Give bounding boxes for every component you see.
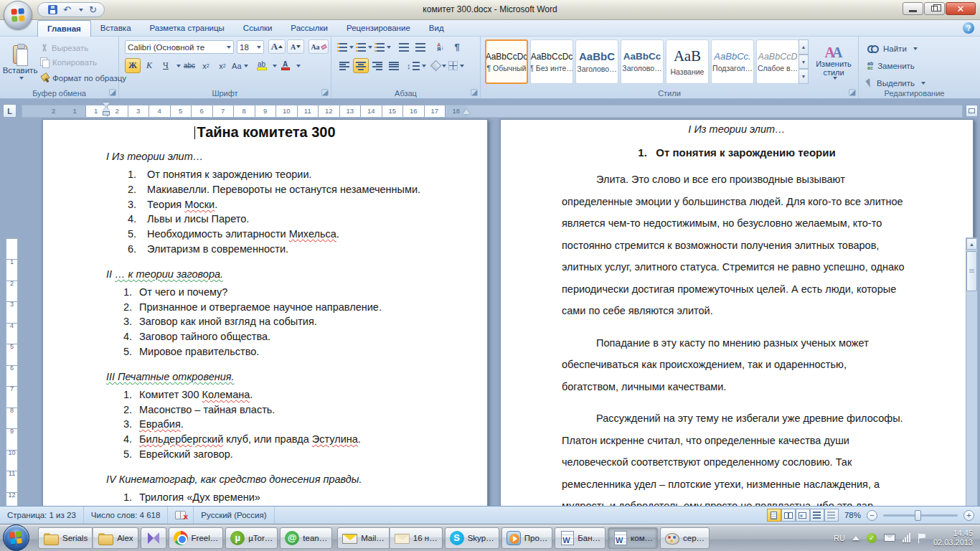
styles-scroll-up-button[interactable]: ▲ <box>798 39 809 55</box>
paste-button[interactable]: Вставить <box>4 39 37 85</box>
hidden-icons-button[interactable] <box>852 536 859 540</box>
minimize-button[interactable] <box>903 2 923 15</box>
zoom-out-button[interactable]: − <box>867 510 877 521</box>
tab-recenzirovanie[interactable]: Рецензирование <box>337 20 420 37</box>
taskbar-button-serials[interactable]: Serials <box>38 527 93 549</box>
taskbar-button-chrome[interactable]: Freel… <box>169 527 224 549</box>
superscript-button[interactable]: x2 <box>215 58 230 73</box>
action-center-flag-icon[interactable] <box>918 533 926 543</box>
underline-button[interactable]: Ч <box>158 58 174 73</box>
sort-button[interactable]: АЯ↓ <box>433 39 448 55</box>
format-painter-button[interactable]: Формат по образцу <box>40 72 126 84</box>
fullscreen-reading-view-button[interactable] <box>781 509 796 522</box>
network-icon[interactable] <box>903 533 910 542</box>
italic-button[interactable]: К <box>141 58 157 73</box>
tab-vid[interactable]: Вид <box>420 20 453 37</box>
shrink-font-button[interactable]: A <box>287 39 304 54</box>
office-button[interactable] <box>4 1 32 29</box>
font-color-dropdown-icon[interactable] <box>296 65 301 67</box>
skype-status-icon[interactable]: ✓ <box>867 533 877 543</box>
start-button[interactable] <box>3 524 29 551</box>
numbering-button[interactable] <box>355 39 373 55</box>
indent-marker[interactable] <box>102 103 110 120</box>
style-heading1[interactable]: AaBbC Заголово… <box>575 39 618 84</box>
bold-button[interactable]: Ж <box>125 58 141 73</box>
clear-formatting-button[interactable]: Аа <box>308 39 329 54</box>
paragraph-dialog-launcher[interactable] <box>471 89 478 96</box>
zoom-in-button[interactable]: + <box>963 510 974 521</box>
taskbar-button-agent[interactable]: @ tean… <box>280 527 332 549</box>
taskbar-button-utorrent[interactable]: µ µTor… <box>225 527 278 549</box>
zoom-level[interactable]: 78% <box>844 511 861 519</box>
tab-vstavka[interactable]: Вставка <box>91 20 141 37</box>
find-button[interactable]: Найти <box>867 42 918 55</box>
bullets-button[interactable] <box>336 39 354 55</box>
web-layout-view-button[interactable] <box>796 509 810 522</box>
copy-button[interactable]: Копировать <box>40 56 97 68</box>
zoom-slider-thumb[interactable] <box>915 510 921 521</box>
taskbar-button-alex[interactable]: Alex <box>93 527 138 549</box>
clipboard-dialog-launcher[interactable] <box>109 89 116 96</box>
mail-tray-icon[interactable] <box>884 534 895 542</box>
increase-indent-button[interactable] <box>413 39 428 55</box>
tab-ssylki[interactable]: Ссылки <box>234 20 282 37</box>
style-title[interactable]: АаВ Название <box>666 39 709 84</box>
scroll-up-button[interactable]: ▲ <box>966 238 977 250</box>
scrollbar-thumb[interactable] <box>966 251 977 291</box>
font-size-combo[interactable]: 18 <box>237 40 264 54</box>
style-subtle-emphasis[interactable]: AaBbCcD Слабое в… <box>756 39 799 84</box>
taskbar-button-mail[interactable]: Mail… <box>337 527 390 549</box>
align-left-button[interactable] <box>336 58 352 73</box>
zoom-slider[interactable] <box>883 514 958 517</box>
page-2[interactable]: I Из теории элит… 1. От понятия к зарожд… <box>500 119 974 506</box>
outline-view-button[interactable] <box>810 509 824 522</box>
align-center-button[interactable] <box>353 58 369 73</box>
font-name-combo[interactable]: Calibri (Основной те <box>125 40 234 54</box>
shading-button[interactable] <box>431 58 447 73</box>
multilevel-list-button[interactable] <box>374 39 392 55</box>
tab-glavnaya[interactable]: Главная <box>37 20 91 37</box>
word-count[interactable]: Число слов: 4 618 <box>84 507 169 524</box>
tab-rassylki[interactable]: Рассылки <box>281 20 337 37</box>
justify-button[interactable] <box>386 58 402 73</box>
grow-font-button[interactable]: A <box>268 39 286 54</box>
clock[interactable]: 14:45 02.03.2013 <box>933 529 973 547</box>
show-marks-button[interactable]: ¶ <box>449 39 465 55</box>
subscript-button[interactable]: x2 <box>198 58 214 73</box>
style-heading2[interactable]: AaBbCc Заголово… <box>621 39 664 84</box>
replace-button[interactable]: abac Заменить <box>867 60 915 72</box>
styles-gallery-more-button[interactable]: ▼ <box>798 69 809 84</box>
highlight-dropdown-icon[interactable] <box>273 65 277 67</box>
taskbar-button-paint[interactable]: сер… <box>660 527 710 549</box>
font-dialog-launcher[interactable] <box>321 89 329 96</box>
style-normal[interactable]: AaBbCcDc ¶ Обычный <box>485 39 528 84</box>
highlight-button[interactable]: ab <box>254 58 270 73</box>
right-indent-marker[interactable] <box>463 109 470 114</box>
change-case-button[interactable]: Аа <box>231 58 249 73</box>
style-subtitle[interactable]: AaBbCc. Подзагол… <box>711 39 754 84</box>
underline-dropdown-icon[interactable] <box>176 65 181 67</box>
print-layout-view-button[interactable] <box>767 509 781 522</box>
proofing-status[interactable] <box>168 507 194 524</box>
tab-razmetka[interactable]: Разметка страницы <box>141 20 234 37</box>
change-styles-button[interactable]: АА Изменить стили <box>812 39 855 85</box>
decrease-indent-button[interactable] <box>396 39 412 55</box>
font-color-button[interactable]: А <box>278 58 293 73</box>
taskbar-button-word-doc1[interactable]: Бан… <box>555 527 606 549</box>
align-right-button[interactable] <box>369 58 385 73</box>
horizontal-ruler[interactable]: 21 1234567891011121314151617 18 <box>22 105 963 118</box>
ruler-toggle-button[interactable] <box>966 105 978 117</box>
borders-button[interactable] <box>448 58 465 73</box>
cut-button[interactable]: Вырезать <box>40 42 88 54</box>
close-button[interactable]: ✕ <box>946 2 976 15</box>
language-indicator[interactable]: Русский (Россия) <box>194 507 274 524</box>
page-1[interactable]: Тайна комитета 300 I Из теории элит… 1.О… <box>42 119 488 506</box>
tab-stop-selector[interactable]: L <box>3 104 17 118</box>
line-spacing-button[interactable]: ↕ <box>406 58 427 73</box>
vertical-ruler[interactable]: 1234567891011121314151617 <box>6 237 18 506</box>
styles-dialog-launcher[interactable] <box>849 89 856 96</box>
vertical-scrollbar[interactable]: ▲ ▼ ▲ ● ▼ <box>966 237 978 506</box>
language-switcher[interactable]: RU <box>834 534 845 542</box>
strikethrough-button[interactable]: abc <box>182 58 197 73</box>
taskbar-button-player[interactable]: Про… <box>501 527 553 549</box>
